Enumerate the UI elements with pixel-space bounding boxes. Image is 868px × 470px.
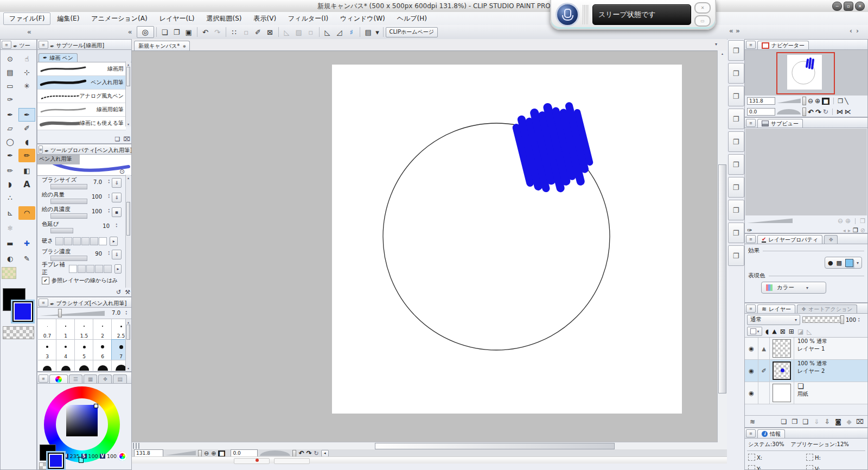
panel-menu-icon[interactable]: ≡ <box>746 235 756 243</box>
material-folder-save-icon[interactable]: ❐ <box>728 109 744 129</box>
subtool-item-selected[interactable]: ペン入れ用筆 <box>37 76 126 90</box>
slider-thumb[interactable] <box>802 97 806 105</box>
effect-dropdown-icon[interactable]: ▾ <box>857 261 859 265</box>
deselect-icon[interactable]: ∷ <box>228 27 240 37</box>
pencil-tool-icon[interactable]: ✏ <box>2 164 18 177</box>
clip-homepage-button[interactable]: CLIPホームページ <box>386 27 438 37</box>
collapse-canvas-icon[interactable]: « <box>128 28 132 36</box>
navigator-zoom-value[interactable]: 131.8 <box>747 97 775 105</box>
size-cell[interactable] <box>93 360 112 371</box>
menu-edit[interactable]: 編集(E) <box>52 13 85 24</box>
airbrush-tool-icon[interactable]: ∴ <box>2 191 18 205</box>
spin-control[interactable]: ▴▾ <box>116 223 117 228</box>
zoom-in-icon[interactable]: ⊕ <box>815 97 820 105</box>
zoom-out-icon[interactable]: ⊖ <box>808 97 813 105</box>
tab-layer-property[interactable]: ✔ レイヤープロパティ <box>757 235 822 244</box>
microphone-button[interactable] <box>556 3 579 27</box>
snap-grid-icon[interactable]: ♯ <box>346 27 358 37</box>
pen-tool-selected-icon[interactable]: ✒ <box>18 108 35 122</box>
size-cell[interactable]: 5 <box>75 340 93 360</box>
subtool-item[interactable]: 線画にも使える筆 <box>37 117 126 130</box>
screen-settings-dropdown-icon[interactable]: ▾ <box>374 27 381 37</box>
navigator-rotation-slider[interactable] <box>777 109 801 115</box>
collapse-far-right-icon[interactable]: ‹ <box>850 27 852 35</box>
subtool-item[interactable]: 線画用鉛筆 <box>37 103 126 117</box>
layer-row[interactable]: ◉ ▲ 100 % 通常 レイヤー 1 <box>745 338 867 360</box>
maximize-button[interactable]: ▫ <box>844 2 853 11</box>
navigator-preview[interactable] <box>776 52 835 94</box>
layer-visibility-eye-icon[interactable]: ◉ <box>745 360 758 382</box>
spin-control[interactable]: ▴▾ <box>108 193 110 199</box>
property-slider[interactable] <box>50 184 87 189</box>
duplicate-layer-icon[interactable]: ❑ <box>800 418 811 425</box>
draft-layer-icon[interactable]: ▲ <box>772 328 776 335</box>
material-folder-all-icon[interactable]: ❐ <box>728 40 744 61</box>
scroll-down-icon[interactable]: ▾ <box>126 365 131 371</box>
reference-layer-checkbox[interactable]: ✔ <box>42 277 49 284</box>
collapse-left-icon[interactable]: « <box>27 28 31 36</box>
delete-subtool-icon[interactable]: ⌧ <box>123 136 130 143</box>
zoom-in-icon[interactable]: ⊕ <box>211 450 216 457</box>
pen-tool-icon[interactable]: ✒ <box>2 108 18 122</box>
border-effect-icon[interactable]: ● <box>828 259 833 266</box>
menu-window[interactable]: ウィンドウ(W) <box>335 13 391 24</box>
scroll-down-icon[interactable]: ▾ <box>126 121 131 126</box>
tab-color-history[interactable]: ▤ <box>113 374 126 383</box>
layer-thumbnail[interactable] <box>773 384 791 402</box>
property-slider[interactable] <box>50 228 73 233</box>
balloon-tool-icon[interactable]: ◠ <box>18 206 35 220</box>
save-icon[interactable]: ▣ <box>183 27 195 37</box>
import-image-icon[interactable]: ❐ <box>853 227 858 234</box>
subtool-scrollbar[interactable]: ▴ ▾ <box>125 61 131 126</box>
actual-size-icon[interactable]: ╲ <box>845 98 848 105</box>
size-cell[interactable]: 4 <box>56 340 75 360</box>
slider-thumb[interactable] <box>802 107 806 116</box>
status-rotation-value[interactable]: 0.0 <box>231 449 258 457</box>
fill-tool-icon[interactable]: ◖ <box>18 135 35 149</box>
tab-color-set[interactable]: ☰ <box>69 374 82 383</box>
property-value[interactable]: 100 <box>92 208 102 214</box>
undo-icon[interactable]: ↶ <box>200 27 212 37</box>
menu-view[interactable]: 表示(V) <box>248 13 282 24</box>
fit-to-window-icon[interactable]: ❒ <box>838 98 843 105</box>
material-folder-image-icon[interactable]: ❐ <box>728 177 744 198</box>
rotate-right-icon[interactable]: ↷ <box>307 449 312 457</box>
size-cell[interactable] <box>56 360 75 371</box>
eyedropper-icon[interactable]: ✑ <box>747 227 752 234</box>
scrollbar-thumb[interactable] <box>126 67 130 86</box>
tab-subview[interactable]: サブビュー <box>757 119 803 128</box>
blend-mode-dropdown[interactable]: 通常 ▾ <box>747 315 800 325</box>
menu-file[interactable]: ファイル(F) <box>3 12 50 25</box>
panel-menu-icon[interactable]: ≡ <box>2 41 11 49</box>
size-cell[interactable] <box>75 360 93 371</box>
text-tool-icon[interactable]: A <box>18 177 35 191</box>
menu-filter[interactable]: フィルター(I) <box>283 13 334 24</box>
menu-help[interactable]: ヘルプ(H) <box>392 13 432 24</box>
subview-zoom-slider[interactable] <box>747 218 793 224</box>
layer-name[interactable]: 用紙 <box>797 390 808 398</box>
layer-opacity-slider[interactable] <box>802 316 844 323</box>
color-mode-toggle-icon[interactable] <box>118 452 127 461</box>
crop-selection-icon[interactable]: ⊠ <box>264 27 276 37</box>
rotate-left-icon[interactable]: ↶ <box>298 449 304 457</box>
status-zoom-slider[interactable] <box>165 450 196 456</box>
spin-control[interactable]: ▴▾ <box>108 208 110 213</box>
layer-visibility-eye-icon[interactable]: ◉ <box>745 338 758 359</box>
pattern-tool-icon[interactable] <box>2 267 16 279</box>
scrollbar-thumb[interactable] <box>126 325 130 340</box>
tab-info[interactable]: i 情報 <box>757 429 785 438</box>
marker-tool-icon[interactable]: ✏ <box>18 149 35 162</box>
brush-size-scrollbar[interactable]: ▴ ▾ <box>125 319 131 371</box>
reset-rotation-icon[interactable]: ↻ <box>314 450 319 457</box>
expand-arrow-icon[interactable]: ▸ <box>110 237 118 246</box>
property-slider[interactable] <box>50 213 87 219</box>
size-cell[interactable]: 3 <box>38 340 56 360</box>
tab-approximate-color[interactable]: ❖ <box>98 374 112 383</box>
stabilization-selector[interactable] <box>69 265 112 273</box>
brush-size-slider[interactable] <box>40 310 105 316</box>
layer-opacity-value[interactable]: 100 <box>846 317 856 323</box>
layer-row-selected[interactable]: ◉ ✐ 100 % 通常 レイヤー 2 <box>745 360 867 382</box>
flip-horizontal-icon[interactable]: ⋈ <box>837 108 843 116</box>
material-folder-scatter-icon[interactable]: ❐ <box>728 154 744 175</box>
layer-palette-icon[interactable]: ≋ <box>747 418 758 425</box>
